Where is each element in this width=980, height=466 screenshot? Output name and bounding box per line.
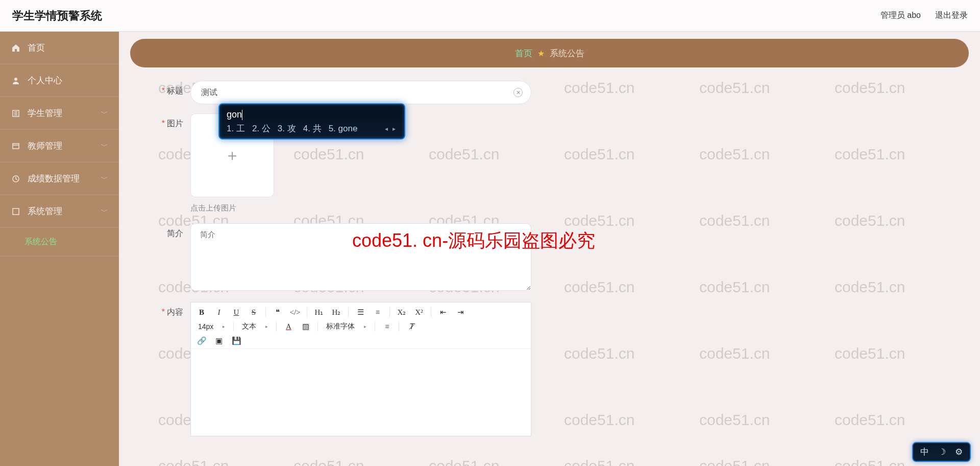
image-button[interactable]: ▣	[213, 335, 225, 346]
strikethrough-button[interactable]: S	[248, 307, 259, 318]
svg-rect-2	[13, 144, 19, 149]
summary-textarea[interactable]	[190, 223, 531, 291]
separator	[375, 321, 375, 332]
separator	[317, 321, 318, 332]
text-color-button[interactable]: A	[283, 321, 294, 332]
ime-candidate[interactable]: 2. 公	[252, 123, 271, 134]
outdent-button[interactable]: ⇤	[437, 307, 449, 318]
ime-settings-icon[interactable]: ⚙	[955, 447, 963, 457]
h1-button[interactable]: H₁	[313, 307, 325, 318]
app-header: 学生学情预警系统 管理员 abo 退出登录	[0, 0, 980, 32]
home-icon	[11, 43, 20, 53]
data-icon	[11, 174, 20, 183]
ime-typed-text: gon	[227, 109, 397, 123]
sidebar-item-profile[interactable]: 个人中心	[0, 64, 119, 97]
content-label: *内容	[130, 302, 190, 318]
sidebar-subitem-announcements[interactable]: 系统公告	[0, 228, 119, 257]
plus-icon: ＋	[225, 145, 240, 166]
sidebar-label: 学生管理	[28, 107, 62, 119]
sidebar-label: 首页	[28, 42, 45, 54]
breadcrumb-current: 系统公告	[550, 48, 584, 59]
bg-color-button[interactable]: ▨	[300, 321, 311, 332]
title-input-wrap: ✕	[190, 81, 531, 104]
upload-hint: 点击上传图片	[190, 203, 251, 213]
italic-button[interactable]: I	[213, 307, 225, 318]
chevron-down-icon: ﹀	[101, 109, 108, 118]
sidebar-item-teachers[interactable]: 教师管理 ﹀	[0, 130, 119, 162]
link-button[interactable]: 🔗	[196, 335, 207, 346]
current-user-label[interactable]: 管理员 abo	[880, 10, 921, 21]
sidebar-item-students[interactable]: 学生管理 ﹀	[0, 97, 119, 130]
h2-button[interactable]: H₂	[331, 307, 342, 318]
clear-icon[interactable]: ✕	[513, 88, 523, 97]
ime-mode-toggle[interactable]: 中	[920, 446, 929, 458]
subscript-button[interactable]: X₂	[396, 307, 407, 318]
sidebar-label: 系统管理	[28, 205, 62, 217]
indent-button[interactable]: ⇥	[455, 307, 466, 318]
quote-button[interactable]: ❝	[272, 307, 283, 318]
ime-candidate[interactable]: 5. gone	[329, 124, 358, 134]
ime-candidate-popup: gon 1. 工 2. 公 3. 攻 4. 共 5. gone ◂ ▸	[218, 103, 405, 139]
separator	[399, 321, 399, 332]
app-title: 学生学情预警系统	[12, 8, 102, 24]
superscript-button[interactable]: X²	[413, 307, 425, 318]
ordered-list-button[interactable]: ☰	[355, 307, 366, 318]
rich-text-editor: B I U S ❝ </> H₁ H₂ ☰ ≡	[190, 302, 531, 436]
separator	[265, 307, 266, 317]
font-size-select[interactable]: 14px▸	[196, 322, 227, 331]
sidebar-item-system[interactable]: 系统管理 ﹀	[0, 195, 119, 228]
chevron-down-icon: ﹀	[101, 174, 108, 183]
clear-format-button[interactable]: T̷	[405, 321, 416, 332]
sidebar-item-grades[interactable]: 成绩数据管理 ﹀	[0, 162, 119, 195]
code-button[interactable]: </>	[289, 307, 301, 318]
teacher-icon	[11, 142, 20, 151]
separator	[276, 321, 277, 332]
breadcrumb-home[interactable]: 首页	[515, 48, 532, 59]
ime-moon-icon[interactable]: ☽	[938, 447, 946, 457]
image-label: *图片	[130, 113, 190, 129]
ime-candidate[interactable]: 3. 攻	[278, 123, 296, 134]
text-style-select[interactable]: 文本▸	[240, 322, 270, 331]
summary-label: 简介	[130, 223, 190, 239]
ime-status-bar: 中 ☽ ⚙	[912, 442, 971, 462]
align-button[interactable]: ≡	[381, 321, 393, 332]
separator	[431, 307, 431, 317]
separator	[307, 307, 307, 317]
chevron-down-icon: ﹀	[101, 207, 108, 216]
unordered-list-button[interactable]: ≡	[372, 307, 383, 318]
editor-toolbar: B I U S ❝ </> H₁ H₂ ☰ ≡	[191, 302, 531, 349]
chevron-down-icon: ﹀	[101, 142, 108, 151]
editor-content[interactable]	[191, 349, 531, 436]
sidebar-label: 成绩数据管理	[28, 173, 80, 184]
separator	[389, 307, 390, 317]
title-input[interactable]	[201, 88, 507, 97]
ime-candidate[interactable]: 4. 共	[303, 123, 322, 134]
ime-nav-icon[interactable]: ◂ ▸	[385, 125, 397, 132]
user-icon	[11, 76, 20, 85]
sidebar-item-home[interactable]: 首页	[0, 32, 119, 64]
list-icon	[11, 109, 20, 118]
main-content: 首页 ★ 系统公告 *标题 ✕ *图片 ＋	[119, 32, 980, 466]
sidebar-label: 教师管理	[28, 140, 62, 152]
svg-rect-4	[13, 208, 19, 215]
system-icon	[11, 207, 20, 216]
bold-button[interactable]: B	[196, 307, 207, 318]
save-button[interactable]: 💾	[231, 335, 242, 346]
separator	[233, 321, 234, 332]
logout-link[interactable]: 退出登录	[935, 10, 968, 21]
ime-candidate[interactable]: 1. 工	[227, 123, 245, 134]
svg-point-0	[14, 78, 17, 81]
title-label: *标题	[130, 81, 190, 97]
underline-button[interactable]: U	[231, 307, 242, 318]
sidebar-label: 个人中心	[28, 75, 62, 86]
breadcrumb: 首页 ★ 系统公告	[130, 39, 969, 67]
star-icon: ★	[537, 49, 545, 58]
font-family-select[interactable]: 标准字体▸	[324, 322, 369, 331]
sidebar: 首页 个人中心 学生管理 ﹀ 教师管理 ﹀ 成绩数据管理	[0, 32, 119, 466]
separator	[348, 307, 349, 317]
